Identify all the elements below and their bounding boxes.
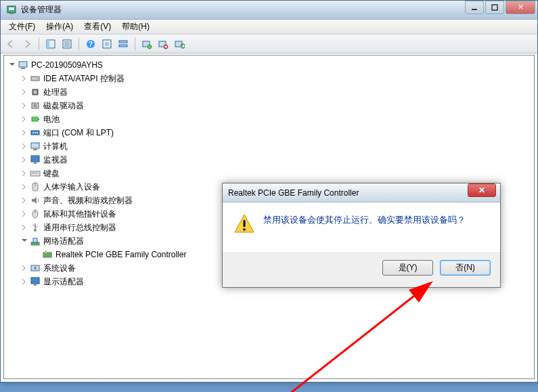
show-hide-tree-button[interactable] [43, 37, 58, 51]
expander-icon[interactable] [20, 237, 28, 245]
app-icon [6, 5, 17, 16]
toolbar: ? [1, 35, 537, 53]
menu-action[interactable]: 操作(A) [41, 20, 79, 34]
tree-item-label: 处理器 [43, 87, 68, 98]
svg-point-17 [148, 45, 152, 49]
svg-rect-38 [31, 156, 39, 162]
svg-rect-2 [9, 14, 14, 14]
tree-root[interactable]: PC-20190509AYHS [8, 58, 534, 72]
expander-blank [32, 251, 41, 259]
expander-icon[interactable] [20, 115, 28, 123]
uninstall-button[interactable] [156, 37, 171, 51]
svg-rect-58 [31, 278, 39, 284]
expander-icon[interactable] [20, 74, 28, 83]
scan-button[interactable] [139, 37, 154, 51]
usb-icon [30, 222, 41, 233]
expander-icon[interactable] [20, 210, 28, 218]
svg-rect-22 [19, 62, 27, 67]
tree-item[interactable]: 监视器 [8, 153, 534, 167]
menu-view[interactable]: 查看(V) [79, 20, 116, 34]
svg-point-33 [32, 132, 34, 133]
svg-rect-4 [492, 5, 497, 10]
expander-icon[interactable] [20, 156, 28, 164]
tree-item[interactable]: 键盘 [8, 167, 534, 180]
view-button[interactable] [116, 37, 131, 51]
expander-icon[interactable] [20, 196, 28, 204]
dialog-titlebar[interactable]: Realtek PCIe GBE Family Controller ✕ [223, 183, 500, 202]
update-driver-button[interactable] [172, 37, 187, 51]
keyboard-icon [30, 168, 41, 179]
svg-point-25 [37, 78, 38, 79]
forward-button[interactable] [20, 37, 35, 51]
display-icon [30, 276, 41, 287]
svg-rect-53 [33, 238, 37, 242]
maximize-button[interactable] [485, 1, 504, 14]
warning-icon [233, 213, 255, 235]
back-button[interactable] [3, 37, 18, 51]
window-title: 设备管理器 [21, 4, 464, 16]
tree-item-label: 显示适配器 [43, 276, 84, 288]
sound-icon [30, 195, 41, 206]
dialog-body: 禁用该设备会使其停止运行。确实要禁用该设备吗？ [223, 202, 500, 253]
properties-button[interactable] [60, 37, 74, 51]
svg-rect-15 [119, 45, 127, 47]
tree-item-label: 电池 [43, 114, 60, 125]
help-button[interactable]: ? [83, 37, 98, 51]
svg-rect-30 [32, 117, 38, 121]
mouse-icon [30, 209, 41, 219]
window-controls: ✕ [464, 1, 535, 14]
svg-rect-27 [34, 91, 37, 93]
no-button[interactable]: 否(N) [440, 260, 491, 276]
expander-icon[interactable] [20, 102, 28, 110]
svg-rect-59 [34, 284, 37, 286]
disk-icon [30, 100, 41, 111]
titlebar[interactable]: 设备管理器 ✕ [1, 1, 537, 20]
svg-point-34 [35, 132, 36, 133]
tree-item[interactable]: 计算机 [8, 139, 534, 153]
dialog-message: 禁用该设备会使其停止运行。确实要禁用该设备吗？ [263, 213, 466, 247]
svg-rect-14 [119, 41, 127, 43]
expander-icon[interactable] [20, 169, 28, 177]
svg-rect-3 [472, 9, 477, 10]
expander-icon[interactable] [20, 183, 28, 191]
dialog-buttons: 是(Y) 否(N) [223, 253, 500, 282]
tree-item[interactable]: 磁盘驱动器 [8, 99, 534, 112]
tree-item[interactable]: IDE ATA/ATAPI 控制器 [8, 72, 534, 85]
svg-point-61 [243, 228, 246, 231]
computer-icon [18, 60, 28, 70]
menu-help[interactable]: 帮助(H) [116, 20, 155, 34]
tree-item-label: 端口 (COM 和 LPT) [43, 127, 114, 139]
expander-icon[interactable] [8, 61, 16, 69]
tree-item[interactable]: 端口 (COM 和 LPT) [8, 126, 534, 139]
minimize-button[interactable] [465, 1, 484, 14]
tree-item-label: 系统设备 [43, 263, 76, 274]
battery-icon [30, 114, 41, 125]
dialog-close-button[interactable]: ✕ [468, 183, 496, 197]
tree-item-label: 鼠标和其他指针设备 [43, 209, 116, 220]
tree-item-label: IDE ATA/ATAPI 控制器 [43, 73, 125, 85]
expander-icon[interactable] [20, 278, 28, 286]
expander-icon[interactable] [20, 264, 28, 272]
svg-rect-1 [9, 7, 14, 10]
tree-item-label: 键盘 [43, 168, 60, 179]
expander-icon[interactable] [20, 142, 28, 150]
tree-item[interactable]: 处理器 [8, 85, 534, 99]
expander-icon[interactable] [20, 88, 28, 96]
tree-item[interactable]: 电池 [8, 112, 534, 126]
menu-file[interactable]: 文件(F) [3, 20, 41, 34]
svg-rect-24 [31, 77, 39, 81]
tree-item-label: 人体学输入设备 [43, 181, 100, 193]
expander-icon[interactable] [20, 223, 28, 232]
svg-rect-31 [38, 118, 39, 120]
network-icon [30, 236, 41, 246]
svg-rect-54 [43, 253, 51, 257]
tree-item-label: 监视器 [43, 154, 68, 166]
yes-button[interactable]: 是(Y) [382, 260, 433, 276]
svg-rect-41 [32, 173, 33, 173]
expander-icon[interactable] [20, 129, 28, 137]
action-button[interactable] [99, 37, 114, 51]
svg-point-29 [34, 104, 37, 108]
svg-rect-60 [244, 220, 246, 227]
svg-rect-52 [31, 242, 39, 245]
close-button[interactable]: ✕ [506, 1, 535, 14]
